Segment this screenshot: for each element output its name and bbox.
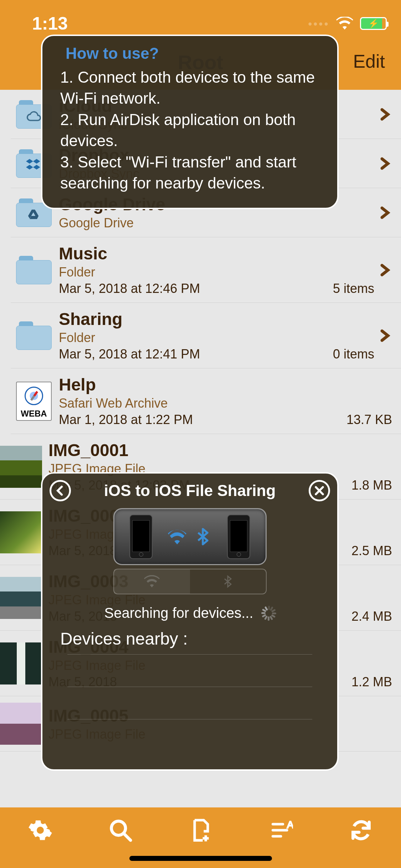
chevron-right-icon: [378, 206, 392, 220]
folder-icon: [16, 318, 52, 353]
row-subtitle: Folder: [59, 330, 374, 345]
battery-icon: ⚡: [360, 17, 387, 30]
row-date: Mar 1, 2018 at 1:22 PM: [59, 412, 193, 427]
segment-wifi[interactable]: [114, 569, 190, 594]
row-subtitle: Google Drive: [59, 216, 374, 231]
device-illustration: [113, 508, 267, 565]
row-size: 1.2 MB: [351, 675, 392, 689]
sort-icon[interactable]: A: [269, 818, 293, 844]
row-subtitle: Safari Web Archive: [59, 396, 392, 411]
svg-text:A: A: [287, 819, 293, 830]
transfer-mode-segmented[interactable]: [113, 569, 267, 594]
devices-nearby-label: Devices nearby :: [42, 625, 337, 651]
row-music[interactable]: Music Folder Mar 5, 2018 at 12:46 PM5 it…: [11, 237, 401, 303]
row-title: Music: [59, 244, 374, 263]
home-indicator[interactable]: [129, 856, 272, 861]
row-title: IMG_0001: [48, 440, 392, 460]
phone-icon: [129, 515, 153, 559]
new-file-icon[interactable]: [189, 818, 213, 844]
row-date: Mar 5, 2018 at 12:46 PM: [59, 281, 200, 296]
searching-label: Searching for devices...: [104, 605, 253, 621]
row-size: 2.4 MB: [351, 609, 392, 624]
status-right: ●●●● ⚡: [308, 13, 387, 34]
thumbnail-icon: [0, 446, 42, 488]
folder-icon: [16, 252, 52, 288]
refresh-icon[interactable]: [349, 818, 373, 844]
edit-button[interactable]: Edit: [353, 51, 385, 72]
cellular-dots-icon: ●●●●: [308, 20, 329, 28]
sharing-modal: iOS to iOS File Sharing Searching for de…: [41, 472, 339, 771]
close-button[interactable]: [309, 480, 330, 501]
chevron-right-icon: [378, 156, 392, 171]
row-size: 0 items: [333, 347, 374, 362]
help-tooltip: How to use? 1. Connect both devices to t…: [41, 35, 339, 209]
row-date: Mar 5, 2018 at 12:41 PM: [59, 347, 200, 362]
row-sharing[interactable]: Sharing Folder Mar 5, 2018 at 12:41 PM0 …: [11, 303, 401, 368]
row-title: Sharing: [59, 309, 374, 329]
wifi-icon: [336, 13, 354, 34]
thumbnail-icon: [0, 642, 42, 684]
row-size: 5 items: [333, 281, 374, 296]
row-subtitle: Folder: [59, 265, 374, 280]
row-size: 2.5 MB: [351, 543, 392, 558]
wifi-icon: [168, 527, 186, 546]
svg-line-1: [123, 833, 130, 841]
devices-list: [42, 654, 337, 719]
bluetooth-icon: [194, 527, 212, 546]
thumbnail-icon: [0, 577, 42, 619]
status-time: 1:13: [32, 13, 68, 34]
chevron-right-icon: [378, 329, 392, 343]
row-title: Help: [59, 375, 392, 394]
thumbnail-icon: [0, 511, 42, 553]
row-size: 1.8 MB: [351, 478, 392, 493]
tooltip-title: How to use?: [66, 45, 323, 62]
search-icon[interactable]: [108, 818, 133, 844]
row-size: 13.7 KB: [346, 412, 392, 427]
searching-status: Searching for devices...: [42, 601, 337, 625]
modal-title: iOS to iOS File Sharing: [71, 482, 309, 500]
tooltip-body: 1. Connect both devices to the same Wi-F…: [60, 67, 323, 193]
settings-icon[interactable]: [28, 818, 52, 844]
segment-bluetooth[interactable]: [190, 569, 266, 594]
row-help[interactable]: WEBA Help Safari Web Archive Mar 1, 2018…: [11, 368, 401, 434]
webarchive-icon: WEBA: [16, 383, 52, 419]
chevron-right-icon: [378, 263, 392, 277]
spinner-icon: [261, 606, 276, 621]
thumbnail-icon: [0, 703, 42, 745]
chevron-right-icon: [378, 107, 392, 122]
phone-icon: [227, 515, 250, 559]
back-button[interactable]: [50, 480, 71, 501]
